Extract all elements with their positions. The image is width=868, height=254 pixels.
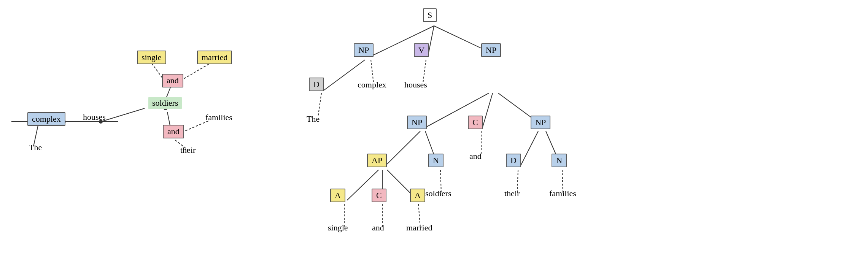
node-their-right: their: [504, 189, 520, 198]
node-and-upper-left: and: [162, 74, 183, 87]
node-soldiers: soldiers: [148, 97, 182, 109]
node-and-mid: and: [469, 151, 482, 161]
node-complex: complex: [27, 112, 65, 126]
node-married-right: married: [406, 223, 432, 233]
node-NP-mid: NP: [481, 43, 501, 57]
diagram-svg: [0, 0, 868, 254]
node-the-right: The: [307, 114, 320, 124]
svg-line-22: [482, 93, 493, 128]
node-single-left: single: [137, 51, 166, 64]
node-S: S: [423, 8, 437, 22]
node-NP-right: NP: [531, 116, 550, 129]
svg-line-19: [423, 60, 426, 83]
svg-line-3: [101, 108, 145, 122]
node-NP-top: NP: [354, 43, 374, 57]
node-D-right: D: [506, 154, 521, 167]
node-soldiers-right: soldiers: [425, 189, 451, 198]
svg-line-6: [181, 63, 211, 81]
svg-line-18: [371, 60, 374, 83]
node-families-right: families: [549, 189, 576, 198]
node-their-left: their: [180, 145, 196, 155]
node-N-right: N: [552, 154, 567, 167]
node-C-mid: C: [468, 116, 483, 129]
svg-line-20: [318, 93, 321, 117]
node-single-right: single: [328, 223, 348, 233]
node-A-left: A: [330, 189, 345, 202]
node-families-left: families: [205, 113, 232, 122]
node-NP-left: NP: [407, 116, 427, 129]
node-and-bottom: and: [372, 223, 384, 233]
node-D: D: [309, 78, 324, 91]
svg-line-28: [520, 131, 538, 166]
node-complex-right: complex: [358, 80, 386, 90]
svg-line-8: [182, 121, 208, 132]
node-and-lower-left: and: [163, 125, 184, 138]
node-houses-right: houses: [404, 80, 427, 90]
node-N-left: N: [428, 154, 444, 167]
node-C-ap: C: [372, 189, 386, 202]
node-V: V: [414, 43, 429, 57]
main-container: complex The houses soldiers and single m…: [0, 0, 868, 254]
node-the-left: The: [29, 143, 42, 152]
svg-line-25: [385, 131, 420, 166]
node-married-left: married: [197, 51, 232, 64]
node-A-right: A: [410, 189, 425, 202]
node-AP: AP: [367, 154, 387, 167]
node-houses-left: houses: [83, 112, 106, 122]
